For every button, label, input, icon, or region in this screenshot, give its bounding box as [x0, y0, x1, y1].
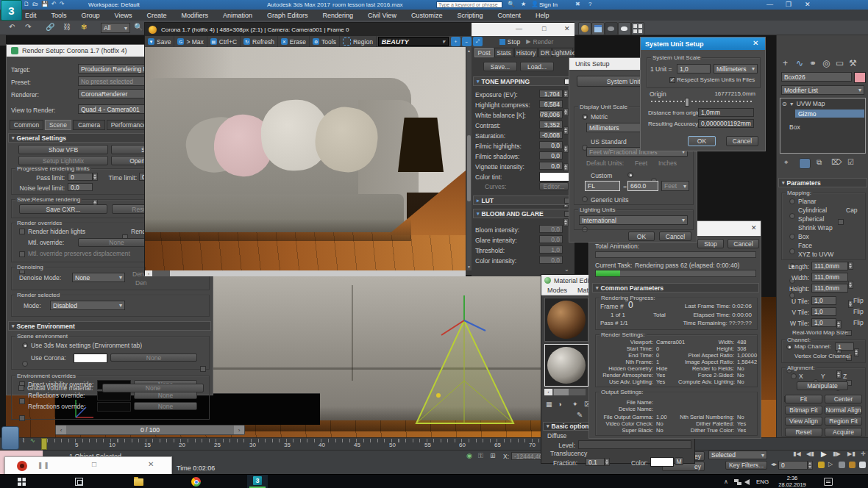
- custom-value-field[interactable]: 660.0: [627, 181, 658, 191]
- record-icon[interactable]: [17, 461, 27, 471]
- map-channel-field[interactable]: 1: [835, 342, 854, 351]
- range-next-icon[interactable]: ›: [234, 426, 244, 434]
- vfb-copy-button[interactable]: ▤Ctrl+C: [207, 36, 241, 47]
- menu-group[interactable]: Group: [74, 12, 107, 19]
- acquire-button[interactable]: Acquire: [825, 428, 862, 437]
- fit-button[interactable]: Fit: [785, 395, 822, 403]
- uvw-gizmo[interactable]: [409, 293, 519, 432]
- feet-radio[interactable]: [627, 172, 633, 178]
- hierarchy-tab-icon[interactable]: ⚭: [809, 59, 817, 68]
- vfb-minimize-button[interactable]: —: [516, 25, 522, 32]
- w-tile-field[interactable]: 1,0: [811, 318, 836, 327]
- start-button-icon[interactable]: [18, 478, 26, 486]
- render-setup-icon[interactable]: [578, 22, 591, 35]
- filmic-highlights-field[interactable]: 0,0: [539, 141, 563, 149]
- normal-align-button[interactable]: Normal Align: [825, 406, 862, 415]
- tone-save-button[interactable]: Save...: [483, 62, 517, 71]
- refractions-none-button[interactable]: None: [134, 402, 197, 410]
- vfb-erase-button[interactable]: ✕Erase: [278, 36, 310, 47]
- render-hidden-checkbox[interactable]: [19, 229, 25, 234]
- maximize-button[interactable]: ❐: [786, 1, 791, 8]
- planar-radio[interactable]: [789, 198, 795, 204]
- u-tile-spinner[interactable]: [836, 320, 842, 329]
- modifier-list-dropdown[interactable]: Modifier List: [781, 85, 864, 95]
- motion-tab-icon[interactable]: ◎: [822, 59, 830, 68]
- custom-unit-dropdown[interactable]: Feet: [661, 181, 689, 191]
- exposure-spinner[interactable]: [563, 90, 569, 98]
- visibility-eye-icon[interactable]: ⊙: [782, 101, 787, 107]
- parameters-rollout[interactable]: ▾Parameters: [778, 178, 867, 187]
- tray-chevron-icon[interactable]: ∧: [724, 478, 728, 485]
- user-icon[interactable]: 👤: [531, 1, 538, 7]
- metric-radio[interactable]: [582, 114, 588, 120]
- mini-curve-editor-button[interactable]: [1, 426, 19, 450]
- coordinate-grid-icon[interactable]: ⊞: [490, 452, 496, 459]
- u-tile-field[interactable]: 1,0: [811, 296, 836, 305]
- highlight-compress-spinner[interactable]: [563, 108, 569, 116]
- bitmap-fit-button[interactable]: Bitmap Fit: [785, 406, 822, 415]
- accuracy-field[interactable]: 0,0000001192mm: [698, 119, 754, 128]
- prev-key-icon[interactable]: ◂▸: [771, 462, 777, 467]
- selection-filter-dropdown[interactable]: All: [101, 23, 130, 33]
- make-unique-stack-icon[interactable]: ⧉: [817, 159, 822, 166]
- menu-scripting[interactable]: Scripting: [449, 12, 490, 19]
- clock[interactable]: 2:36 28.02.2019: [774, 476, 811, 488]
- menu-modifiers[interactable]: Modifiers: [174, 12, 216, 19]
- material-slots-scrollbar[interactable]: ‹: [544, 389, 586, 395]
- white-balance-field[interactable]: 6078,006: [539, 110, 563, 118]
- menu-customize[interactable]: Customize: [404, 12, 450, 19]
- multi-user-icon[interactable]: [839, 462, 845, 468]
- menu-modes[interactable]: Modes: [547, 287, 567, 294]
- remove-modifier-icon[interactable]: ⌦: [831, 159, 842, 166]
- units-ok-button[interactable]: OK: [628, 232, 655, 241]
- select-link-icon[interactable]: 🔗: [46, 24, 54, 31]
- corona-env-use-checkbox[interactable]: [200, 366, 206, 372]
- glare-intensity-field[interactable]: 0,0: [539, 235, 563, 243]
- progress-stop-button[interactable]: Stop: [697, 239, 724, 248]
- white-balance-spinner[interactable]: [563, 126, 569, 134]
- modifier-stack[interactable]: ⊙ ▼ UVW Map Gizmo Box: [780, 98, 866, 154]
- vfb-stop-button[interactable]: Stop: [497, 36, 524, 47]
- modify-tab-icon[interactable]: ∿: [796, 59, 803, 68]
- vfb-tab-post[interactable]: Post: [474, 48, 494, 57]
- eyedropper-icon[interactable]: ✎: [577, 412, 583, 419]
- render-production-icon[interactable]: [605, 22, 618, 35]
- speaker-icon[interactable]: [744, 479, 750, 485]
- global-volume-none-button[interactable]: None: [102, 384, 204, 392]
- width-field[interactable]: 111,0mm: [811, 273, 848, 281]
- get-material-icon[interactable]: ▦: [546, 401, 552, 408]
- menu-rendering[interactable]: Rendering: [316, 12, 361, 19]
- rendered-frame-window-icon[interactable]: [591, 22, 605, 35]
- workspace-selector[interactable]: Workspace: Default: [88, 1, 140, 8]
- show-end-result-icon[interactable]: [799, 158, 811, 169]
- saturation-field[interactable]: -0,008: [539, 131, 563, 139]
- menu-civil-view[interactable]: Civil View: [360, 12, 404, 19]
- configure-stack-icon[interactable]: ☑: [847, 159, 854, 166]
- map-channel-spinner[interactable]: [854, 348, 859, 356]
- refractions-swatch[interactable]: [97, 402, 131, 412]
- close-button[interactable]: ✕: [805, 1, 811, 8]
- redo-icon[interactable]: ↷: [25, 24, 31, 31]
- max-logo[interactable]: 3: [1, 0, 22, 21]
- tone-mapping-rollout[interactable]: ▾TONE MAPPING: [473, 76, 573, 86]
- timeline[interactable]: 5 10 15 20 25 30 35 40 45 50 55 60 65 70: [0, 437, 868, 450]
- tab-scene[interactable]: Scene: [45, 120, 71, 130]
- frame-range-bar[interactable]: ‹ 0 / 100 ›: [55, 425, 245, 435]
- star-icon[interactable]: ★: [521, 1, 526, 7]
- render-iterative-icon[interactable]: [618, 22, 631, 35]
- bind-spacewarp-icon[interactable]: ✾: [81, 24, 87, 31]
- mtl-override-checkbox[interactable]: [19, 251, 25, 257]
- vfb-tab-dr[interactable]: DR: [538, 48, 552, 57]
- zoom-reset-icon[interactable]: ⤢: [473, 37, 483, 46]
- one-unit-field[interactable]: 1,0: [677, 64, 711, 73]
- range-prev-icon[interactable]: ‹: [56, 426, 66, 434]
- make-unique-icon[interactable]: ✦: [572, 401, 578, 408]
- length-field[interactable]: 111,0mm: [811, 262, 848, 270]
- recorder-minimize-icon[interactable]: □: [92, 460, 96, 468]
- language-indicator[interactable]: ENG: [756, 478, 769, 485]
- level-field[interactable]: [578, 440, 691, 449]
- key-mode-icon[interactable]: [818, 462, 825, 468]
- lighting-units-dropdown[interactable]: International: [579, 215, 688, 225]
- view-align-button[interactable]: View Align: [785, 417, 822, 426]
- trackbar-filter-icon[interactable]: ⌇: [22, 438, 25, 444]
